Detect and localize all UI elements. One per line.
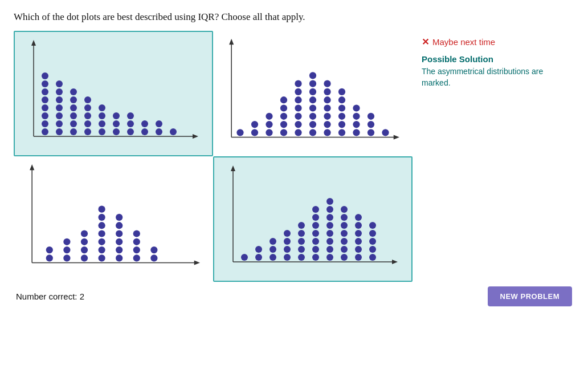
svg-point-133	[255, 254, 262, 261]
svg-point-143	[298, 246, 305, 253]
svg-point-174	[355, 214, 362, 221]
svg-point-86	[338, 96, 345, 103]
svg-point-121	[116, 214, 122, 221]
svg-point-146	[298, 222, 305, 229]
possible-solution-title: Possible Solution	[422, 54, 565, 64]
svg-point-132	[241, 254, 248, 261]
svg-point-43	[156, 120, 162, 127]
svg-point-49	[236, 129, 243, 136]
plot-top-left[interactable]	[14, 31, 213, 156]
svg-point-164	[341, 238, 348, 245]
svg-marker-48	[394, 135, 399, 139]
bottom-row: Number correct: 2 NEW PROBLEM	[14, 286, 574, 306]
svg-point-163	[341, 246, 348, 253]
svg-point-11	[42, 72, 48, 79]
svg-point-40	[141, 128, 148, 135]
svg-point-142	[298, 254, 305, 261]
svg-point-136	[270, 246, 276, 253]
maybe-next-text: ✕ Maybe next time	[422, 37, 565, 47]
svg-point-42	[156, 128, 162, 135]
svg-point-157	[326, 230, 333, 237]
svg-point-161	[326, 198, 333, 205]
svg-point-54	[266, 113, 272, 120]
svg-point-44	[170, 128, 177, 135]
svg-point-26	[84, 120, 91, 127]
new-problem-button[interactable]: NEW PROBLEM	[488, 286, 572, 306]
svg-point-141	[284, 230, 291, 237]
svg-point-95	[382, 129, 389, 136]
svg-point-28	[84, 104, 91, 111]
plot-svg-top-right	[218, 35, 408, 152]
svg-point-74	[309, 72, 316, 79]
svg-point-173	[355, 222, 362, 229]
page: Which of the dot plots are best describe…	[0, 0, 588, 368]
svg-point-116	[116, 254, 122, 261]
svg-point-170	[355, 246, 362, 253]
svg-point-110	[98, 246, 105, 253]
svg-point-87	[338, 88, 345, 95]
svg-point-102	[63, 254, 70, 261]
plot-bottom-left[interactable]	[14, 156, 213, 282]
svg-point-51	[251, 121, 258, 128]
svg-point-56	[280, 121, 287, 128]
svg-point-179	[369, 222, 376, 229]
svg-point-113	[98, 222, 105, 229]
svg-point-18	[56, 80, 63, 87]
svg-point-160	[326, 206, 333, 213]
svg-point-29	[84, 96, 91, 103]
svg-point-153	[312, 206, 319, 213]
svg-marker-2	[31, 40, 36, 46]
svg-point-101	[46, 246, 53, 253]
svg-point-23	[70, 96, 77, 103]
svg-point-162	[341, 254, 348, 261]
svg-point-71	[309, 96, 316, 103]
svg-point-127	[150, 246, 157, 253]
svg-point-31	[99, 120, 105, 127]
svg-marker-99	[194, 260, 200, 265]
svg-point-176	[369, 246, 376, 253]
svg-point-125	[133, 230, 140, 237]
svg-point-64	[295, 96, 301, 103]
possible-solution-text: The asymmetrical distributions are marke…	[422, 66, 565, 88]
svg-point-73	[309, 80, 316, 87]
plot-top-right[interactable]	[213, 31, 413, 156]
svg-point-148	[312, 246, 319, 253]
svg-point-65	[295, 88, 301, 95]
svg-point-53	[266, 121, 272, 128]
svg-point-140	[284, 238, 291, 245]
svg-point-151	[312, 222, 319, 229]
svg-point-175	[369, 254, 376, 261]
svg-point-15	[56, 104, 63, 111]
svg-point-36	[113, 112, 120, 119]
svg-point-158	[326, 222, 333, 229]
plot-bottom-right[interactable]	[213, 156, 413, 282]
svg-point-149	[312, 238, 319, 245]
svg-point-38	[127, 120, 134, 127]
svg-point-67	[309, 129, 316, 136]
svg-point-14	[56, 112, 63, 119]
svg-point-5	[42, 120, 48, 127]
svg-point-156	[326, 238, 333, 245]
svg-point-103	[63, 246, 70, 253]
svg-marker-47	[229, 39, 234, 45]
svg-point-84	[338, 113, 345, 120]
svg-point-77	[324, 113, 330, 120]
svg-point-91	[353, 104, 360, 111]
plot-svg-top-left	[19, 37, 207, 151]
svg-point-144	[298, 238, 305, 245]
svg-point-24	[70, 88, 77, 95]
svg-point-7	[42, 104, 48, 111]
svg-point-122	[133, 254, 140, 261]
svg-point-124	[133, 238, 140, 245]
svg-point-37	[127, 128, 134, 135]
svg-point-154	[326, 254, 333, 261]
svg-point-119	[116, 230, 122, 237]
plot-svg-bottom-left	[18, 161, 209, 277]
svg-point-166	[341, 222, 348, 229]
maybe-next-label: Maybe next time	[432, 37, 495, 47]
svg-point-82	[338, 129, 345, 136]
svg-point-178	[369, 230, 376, 237]
svg-point-33	[99, 104, 105, 111]
svg-point-34	[113, 128, 120, 135]
plot-svg-bottom-right	[219, 162, 407, 276]
